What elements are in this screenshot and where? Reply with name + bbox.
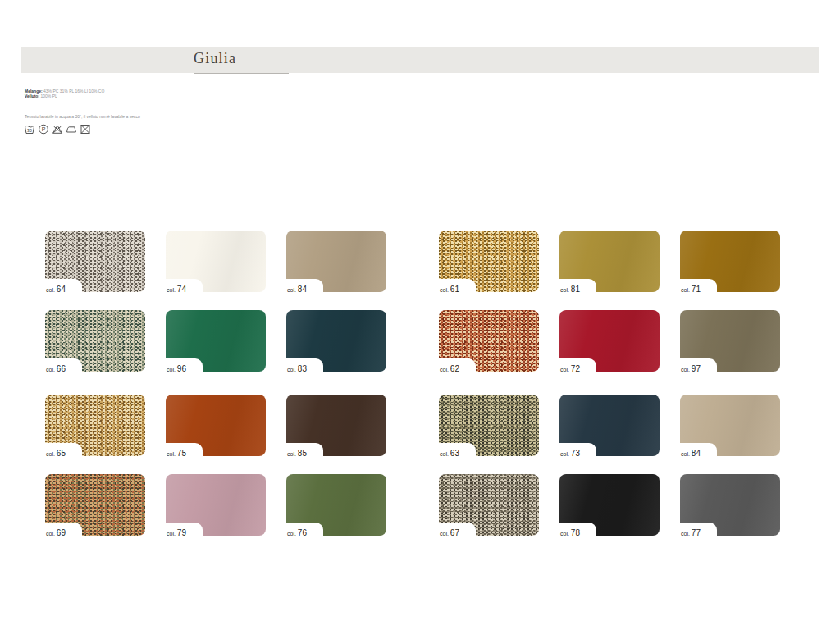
no-bleach-icon	[52, 123, 63, 135]
swatch-label-tag: col. 74	[166, 279, 203, 292]
swatch-label-number: 62	[450, 364, 459, 373]
swatch-label-prefix: col.	[287, 367, 298, 372]
page-title: Giulia	[194, 50, 236, 67]
velluto-value: 100% PL	[40, 94, 57, 98]
swatch-col-66-left: col. 66	[45, 310, 145, 372]
swatch-label-number: 84	[692, 449, 701, 458]
swatch-col-69-left: col. 69	[45, 474, 145, 536]
circle-p-icon: P	[38, 123, 49, 135]
swatch-label-number: 76	[298, 528, 307, 537]
swatch-label-prefix: col.	[440, 367, 450, 372]
care-note: Tessuto lavabile in acqua a 30°, il vell…	[25, 114, 140, 119]
care-icons-row: 30 P	[24, 123, 91, 135]
swatch-label-prefix: col.	[681, 287, 692, 293]
swatch-label-tag: col. 76	[286, 523, 323, 536]
swatch-label-number: 69	[57, 528, 66, 537]
swatch-label-number: 71	[692, 285, 701, 294]
swatch-label-prefix: col.	[681, 451, 692, 457]
swatch-col-71-right: col. 71	[680, 231, 780, 292]
swatch-col-65-left: col. 65	[45, 395, 145, 456]
swatch-label-tag: col. 84	[680, 443, 717, 456]
swatch-label-number: 83	[298, 364, 307, 373]
swatch-label-tag: col. 84	[286, 279, 323, 292]
swatch-label-prefix: col.	[46, 367, 57, 372]
swatch-label-prefix: col.	[440, 287, 450, 293]
swatch-label-tag: col. 69	[45, 523, 82, 536]
swatch-label-prefix: col.	[46, 287, 57, 293]
composition-info: Melange: 43% PC 31% PL 16% LI 10% CO Vel…	[25, 89, 104, 98]
swatch-label-number: 97	[692, 364, 701, 373]
swatch-label-tag: col. 79	[166, 523, 203, 536]
swatch-label-number: 85	[298, 449, 307, 458]
swatch-col-81-right: col. 81	[559, 231, 660, 292]
swatch-label-tag: col. 96	[166, 358, 203, 372]
swatch-label-prefix: col.	[287, 287, 298, 293]
swatch-col-74-left: col. 74	[166, 231, 266, 292]
swatch-col-83-left: col. 83	[286, 310, 386, 372]
swatch-label-number: 79	[177, 528, 186, 537]
swatch-label-tag: col. 81	[559, 279, 596, 292]
swatch-col-72-right: col. 72	[559, 310, 660, 372]
swatch-label-tag: col. 97	[680, 358, 717, 372]
swatch-col-77-right: col. 77	[680, 474, 780, 536]
tab-underline	[194, 73, 289, 74]
swatch-label-prefix: col.	[681, 367, 692, 372]
swatch-label-prefix: col.	[167, 531, 177, 536]
velluto-composition: Velluto: 100% PL	[25, 94, 104, 98]
swatch-label-tag: col. 65	[45, 443, 82, 456]
swatch-label-prefix: col.	[46, 531, 57, 536]
swatch-label-number: 78	[571, 528, 580, 537]
iron-icon	[66, 123, 77, 135]
swatch-label-number: 67	[450, 528, 459, 537]
swatch-col-63-right: col. 63	[439, 395, 539, 456]
swatch-col-62-right: col. 62	[439, 310, 539, 372]
swatch-label-prefix: col.	[560, 531, 571, 536]
swatch-label-number: 61	[450, 285, 459, 294]
swatch-label-prefix: col.	[167, 451, 177, 457]
swatch-label-number: 66	[57, 364, 66, 373]
velluto-label: Velluto:	[25, 94, 39, 98]
swatch-label-number: 72	[571, 364, 580, 373]
swatch-col-75-left: col. 75	[166, 395, 266, 456]
swatch-col-64-left: col. 64	[45, 231, 145, 292]
swatch-col-73-right: col. 73	[559, 395, 660, 456]
swatch-label-number: 75	[177, 449, 186, 458]
swatch-label-tag: col. 67	[439, 523, 476, 536]
swatch-label-number: 65	[57, 449, 66, 458]
swatch-label-prefix: col.	[560, 451, 571, 457]
swatch-label-tag: col. 63	[439, 443, 476, 456]
swatch-label-number: 84	[298, 285, 307, 294]
swatch-label-prefix: col.	[167, 287, 177, 293]
swatch-col-84-right: col. 84	[680, 395, 780, 456]
svg-text:P: P	[42, 126, 46, 132]
swatch-label-tag: col. 72	[559, 358, 596, 372]
swatch-label-prefix: col.	[560, 287, 571, 293]
swatch-label-prefix: col.	[440, 531, 450, 536]
swatch-label-number: 81	[571, 285, 580, 294]
swatch-col-84-left: col. 84	[286, 231, 386, 292]
swatch-label-prefix: col.	[440, 451, 450, 457]
swatch-col-61-right: col. 61	[439, 231, 539, 292]
swatch-label-number: 64	[57, 285, 66, 294]
no-tumble-dry-icon	[80, 123, 91, 135]
swatch-label-tag: col. 64	[45, 279, 82, 292]
swatch-label-prefix: col.	[287, 531, 298, 536]
swatch-label-tag: col. 83	[286, 358, 323, 372]
swatch-label-number: 63	[450, 449, 459, 458]
swatch-label-number: 74	[177, 285, 186, 294]
swatch-label-prefix: col.	[46, 451, 57, 457]
swatch-col-76-left: col. 76	[286, 474, 386, 536]
swatch-label-number: 96	[177, 364, 186, 373]
swatch-label-number: 73	[571, 449, 580, 458]
swatch-col-96-left: col. 96	[166, 310, 266, 372]
swatch-label-tag: col. 78	[559, 523, 596, 536]
swatch-label-tag: col. 66	[45, 358, 82, 372]
swatch-col-97-right: col. 97	[680, 310, 780, 372]
swatch-col-85-left: col. 85	[286, 395, 386, 456]
wash-30-icon: 30	[24, 123, 35, 135]
swatch-label-tag: col. 71	[680, 279, 717, 292]
swatch-label-number: 77	[692, 528, 701, 537]
swatch-col-79-left: col. 79	[166, 474, 266, 536]
swatch-label-prefix: col.	[287, 451, 298, 457]
swatch-label-tag: col. 61	[439, 279, 476, 292]
